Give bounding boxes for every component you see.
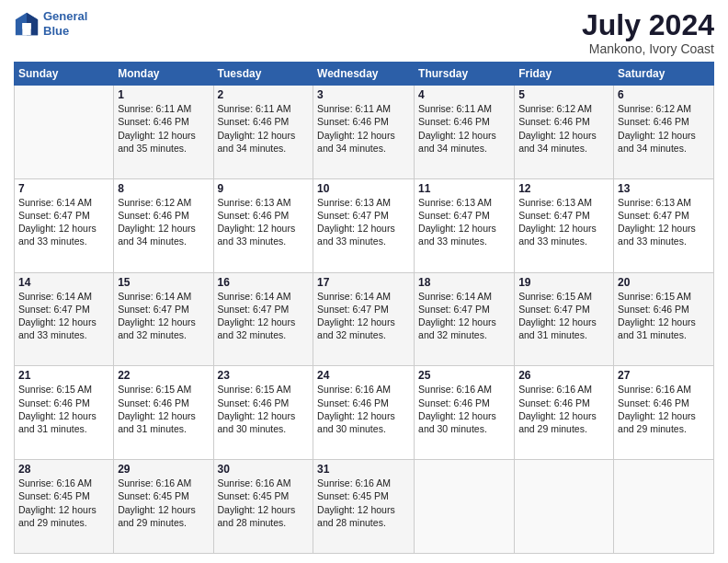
day-info: Sunrise: 6:12 AM Sunset: 6:46 PM Dayligh… xyxy=(618,102,710,155)
day-info: Sunrise: 6:16 AM Sunset: 6:45 PM Dayligh… xyxy=(118,477,209,529)
day-info: Sunrise: 6:14 AM Sunset: 6:47 PM Dayligh… xyxy=(418,290,510,342)
logo-line1: General xyxy=(43,9,87,24)
weekday-header-row: SundayMondayTuesdayWednesdayThursdayFrid… xyxy=(15,63,714,86)
header: General Blue July 2024 Mankono, Ivory Co… xyxy=(14,9,714,56)
calendar-cell: 20Sunrise: 6:15 AM Sunset: 6:46 PM Dayli… xyxy=(614,272,714,366)
day-number: 7 xyxy=(18,182,109,195)
day-info: Sunrise: 6:14 AM Sunset: 6:47 PM Dayligh… xyxy=(18,290,109,342)
day-info: Sunrise: 6:16 AM Sunset: 6:46 PM Dayligh… xyxy=(418,383,510,435)
calendar-cell: 6Sunrise: 6:12 AM Sunset: 6:46 PM Daylig… xyxy=(614,86,714,179)
calendar-week-5: 28Sunrise: 6:16 AM Sunset: 6:45 PM Dayli… xyxy=(15,460,714,554)
calendar-cell: 16Sunrise: 6:14 AM Sunset: 6:47 PM Dayli… xyxy=(213,272,313,366)
day-number: 12 xyxy=(518,182,609,195)
calendar-week-4: 21Sunrise: 6:15 AM Sunset: 6:46 PM Dayli… xyxy=(15,366,714,460)
calendar-cell: 2Sunrise: 6:11 AM Sunset: 6:46 PM Daylig… xyxy=(213,86,313,179)
day-info: Sunrise: 6:16 AM Sunset: 6:45 PM Dayligh… xyxy=(317,477,410,529)
day-number: 16 xyxy=(218,276,310,289)
day-number: 22 xyxy=(118,369,209,382)
day-number: 26 xyxy=(518,369,609,382)
day-info: Sunrise: 6:15 AM Sunset: 6:47 PM Dayligh… xyxy=(518,290,609,342)
subtitle: Mankono, Ivory Coast xyxy=(582,41,714,56)
day-number: 9 xyxy=(218,182,310,195)
day-number: 3 xyxy=(317,88,410,101)
calendar-cell: 10Sunrise: 6:13 AM Sunset: 6:47 PM Dayli… xyxy=(313,178,415,272)
calendar-cell: 9Sunrise: 6:13 AM Sunset: 6:46 PM Daylig… xyxy=(213,178,313,272)
calendar-cell: 11Sunrise: 6:13 AM Sunset: 6:47 PM Dayli… xyxy=(415,178,515,272)
day-number: 17 xyxy=(317,276,410,289)
day-info: Sunrise: 6:13 AM Sunset: 6:47 PM Dayligh… xyxy=(618,196,710,248)
day-number: 14 xyxy=(18,276,109,289)
calendar-cell: 4Sunrise: 6:11 AM Sunset: 6:46 PM Daylig… xyxy=(415,86,515,179)
day-number: 2 xyxy=(218,88,310,101)
day-info: Sunrise: 6:11 AM Sunset: 6:46 PM Dayligh… xyxy=(218,102,310,155)
day-info: Sunrise: 6:13 AM Sunset: 6:47 PM Dayligh… xyxy=(418,196,510,248)
calendar-cell: 27Sunrise: 6:16 AM Sunset: 6:46 PM Dayli… xyxy=(614,366,714,460)
day-info: Sunrise: 6:11 AM Sunset: 6:46 PM Dayligh… xyxy=(118,102,209,155)
day-info: Sunrise: 6:11 AM Sunset: 6:46 PM Dayligh… xyxy=(317,102,410,155)
day-number: 8 xyxy=(118,182,209,195)
calendar-cell: 22Sunrise: 6:15 AM Sunset: 6:46 PM Dayli… xyxy=(114,366,213,460)
day-info: Sunrise: 6:15 AM Sunset: 6:46 PM Dayligh… xyxy=(118,383,209,435)
day-info: Sunrise: 6:16 AM Sunset: 6:46 PM Dayligh… xyxy=(618,383,710,435)
weekday-header-thursday: Thursday xyxy=(415,63,515,86)
calendar-table: SundayMondayTuesdayWednesdayThursdayFrid… xyxy=(14,62,714,554)
calendar-cell: 24Sunrise: 6:16 AM Sunset: 6:46 PM Dayli… xyxy=(313,366,415,460)
day-number: 5 xyxy=(518,88,609,101)
day-info: Sunrise: 6:15 AM Sunset: 6:46 PM Dayligh… xyxy=(18,383,109,435)
day-number: 19 xyxy=(518,276,609,289)
day-number: 23 xyxy=(218,369,310,382)
day-number: 13 xyxy=(618,182,710,195)
calendar-cell xyxy=(15,86,114,179)
calendar-cell: 7Sunrise: 6:14 AM Sunset: 6:47 PM Daylig… xyxy=(15,178,114,272)
calendar-cell: 14Sunrise: 6:14 AM Sunset: 6:47 PM Dayli… xyxy=(15,272,114,366)
calendar-week-3: 14Sunrise: 6:14 AM Sunset: 6:47 PM Dayli… xyxy=(15,272,714,366)
day-number: 24 xyxy=(317,369,410,382)
weekday-header-friday: Friday xyxy=(515,63,614,86)
weekday-header-wednesday: Wednesday xyxy=(313,63,415,86)
day-number: 11 xyxy=(418,182,510,195)
calendar-cell: 15Sunrise: 6:14 AM Sunset: 6:47 PM Dayli… xyxy=(114,272,213,366)
calendar-cell: 8Sunrise: 6:12 AM Sunset: 6:46 PM Daylig… xyxy=(114,178,213,272)
calendar-cell: 23Sunrise: 6:15 AM Sunset: 6:46 PM Dayli… xyxy=(213,366,313,460)
day-info: Sunrise: 6:15 AM Sunset: 6:46 PM Dayligh… xyxy=(618,290,710,342)
day-info: Sunrise: 6:13 AM Sunset: 6:47 PM Dayligh… xyxy=(518,196,609,248)
day-info: Sunrise: 6:16 AM Sunset: 6:46 PM Dayligh… xyxy=(317,383,410,435)
day-info: Sunrise: 6:13 AM Sunset: 6:47 PM Dayligh… xyxy=(317,196,410,248)
day-number: 1 xyxy=(118,88,209,101)
calendar-cell: 3Sunrise: 6:11 AM Sunset: 6:46 PM Daylig… xyxy=(313,86,415,179)
day-info: Sunrise: 6:15 AM Sunset: 6:46 PM Dayligh… xyxy=(218,383,310,435)
day-info: Sunrise: 6:12 AM Sunset: 6:46 PM Dayligh… xyxy=(518,102,609,155)
weekday-header-sunday: Sunday xyxy=(15,63,114,86)
day-info: Sunrise: 6:14 AM Sunset: 6:47 PM Dayligh… xyxy=(317,290,410,342)
day-info: Sunrise: 6:14 AM Sunset: 6:47 PM Dayligh… xyxy=(218,290,310,342)
weekday-header-tuesday: Tuesday xyxy=(213,63,313,86)
day-info: Sunrise: 6:11 AM Sunset: 6:46 PM Dayligh… xyxy=(418,102,510,155)
title-block: July 2024 Mankono, Ivory Coast xyxy=(582,9,714,56)
calendar-cell: 17Sunrise: 6:14 AM Sunset: 6:47 PM Dayli… xyxy=(313,272,415,366)
calendar-week-2: 7Sunrise: 6:14 AM Sunset: 6:47 PM Daylig… xyxy=(15,178,714,272)
calendar-cell: 5Sunrise: 6:12 AM Sunset: 6:46 PM Daylig… xyxy=(515,86,614,179)
day-number: 31 xyxy=(317,463,410,476)
calendar-cell: 12Sunrise: 6:13 AM Sunset: 6:47 PM Dayli… xyxy=(515,178,614,272)
logo-text: General Blue xyxy=(43,9,87,38)
calendar-cell: 30Sunrise: 6:16 AM Sunset: 6:45 PM Dayli… xyxy=(213,460,313,554)
calendar-week-1: 1Sunrise: 6:11 AM Sunset: 6:46 PM Daylig… xyxy=(15,86,714,179)
day-number: 29 xyxy=(118,463,209,476)
day-info: Sunrise: 6:12 AM Sunset: 6:46 PM Dayligh… xyxy=(118,196,209,248)
day-number: 18 xyxy=(418,276,510,289)
day-number: 30 xyxy=(218,463,310,476)
day-number: 15 xyxy=(118,276,209,289)
day-number: 10 xyxy=(317,182,410,195)
calendar-cell xyxy=(515,460,614,554)
calendar-cell: 21Sunrise: 6:15 AM Sunset: 6:46 PM Dayli… xyxy=(15,366,114,460)
day-info: Sunrise: 6:14 AM Sunset: 6:47 PM Dayligh… xyxy=(18,196,109,248)
calendar-cell: 26Sunrise: 6:16 AM Sunset: 6:46 PM Dayli… xyxy=(515,366,614,460)
logo: General Blue xyxy=(14,9,87,38)
day-number: 25 xyxy=(418,369,510,382)
day-number: 20 xyxy=(618,276,710,289)
calendar-cell xyxy=(614,460,714,554)
day-number: 27 xyxy=(618,369,710,382)
main-title: July 2024 xyxy=(582,9,714,41)
day-info: Sunrise: 6:16 AM Sunset: 6:46 PM Dayligh… xyxy=(518,383,609,435)
day-info: Sunrise: 6:14 AM Sunset: 6:47 PM Dayligh… xyxy=(118,290,209,342)
